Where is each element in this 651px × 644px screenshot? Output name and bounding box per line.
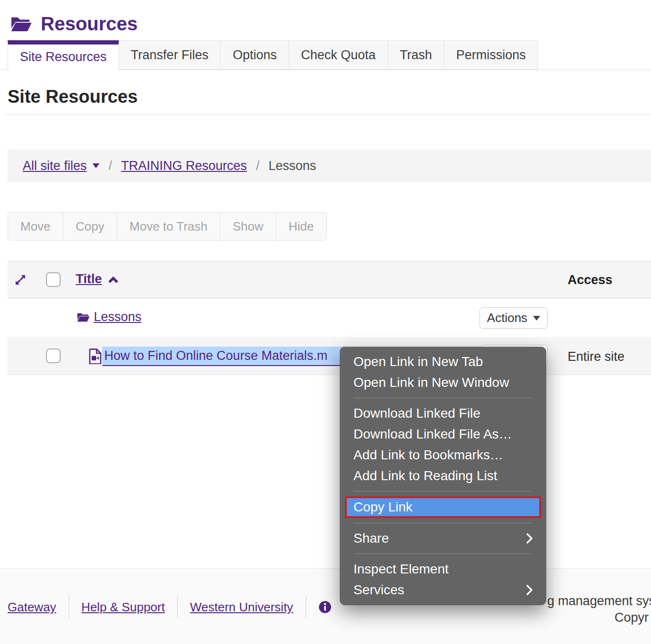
lessons-actions-button[interactable]: Actions: [479, 307, 548, 329]
chevron-up-icon: [108, 276, 119, 283]
context-menu-item-open-link-new-tab[interactable]: Open Link in New Tab: [340, 351, 546, 372]
footer-link-western-university[interactable]: Western University: [190, 600, 293, 615]
video-file-icon: [89, 349, 101, 364]
context-menu-item-services[interactable]: Services: [340, 580, 546, 600]
select-all-checkbox[interactable]: [46, 272, 61, 287]
breadcrumb: All site files / TRAINING Resources / Le…: [8, 150, 651, 182]
menu-separator: [353, 554, 533, 554]
footer-powered-by-text: g management syste: [547, 594, 651, 608]
breadcrumb-current-folder: Lessons: [269, 159, 316, 173]
caret-down-icon: [533, 316, 540, 321]
breadcrumb-separator: /: [108, 159, 112, 173]
menu-item-label: Share: [353, 531, 389, 546]
move-to-trash-button[interactable]: Move to Trash: [117, 212, 220, 241]
chevron-right-icon: [526, 585, 533, 595]
footer-copyright-text: Copyr: [615, 610, 649, 625]
tab-options[interactable]: Options: [221, 40, 289, 70]
tab-site-resources[interactable]: Site Resources: [8, 40, 119, 70]
menu-item-label: Open Link in New Window: [353, 375, 509, 390]
context-menu-item-open-link-new-window[interactable]: Open Link in New Window: [340, 372, 546, 393]
table-row-video-file: How to Find Online Course Materials.m Ac…: [8, 337, 651, 375]
footer-separator: [69, 596, 69, 618]
tab-transfer-files[interactable]: Transfer Files: [119, 40, 221, 70]
lessons-folder-link[interactable]: Lessons: [94, 310, 142, 324]
menu-item-label: Download Linked File As…: [353, 427, 512, 442]
context-menu-item-inspect-element[interactable]: Inspect Element: [340, 559, 546, 580]
menu-separator: [353, 398, 533, 398]
expand-icon[interactable]: [13, 273, 27, 287]
menu-separator: [353, 523, 533, 523]
footer-separator: [177, 596, 178, 618]
access-column-label: Access: [568, 273, 613, 287]
context-menu-item-share[interactable]: Share: [340, 528, 546, 549]
tab-permissions[interactable]: Permissions: [444, 40, 538, 70]
chevron-right-icon: [526, 533, 533, 544]
breadcrumb-training-resources[interactable]: TRAINING Resources: [121, 159, 247, 173]
page-title: Resources: [41, 13, 138, 35]
caret-down-icon: [92, 163, 99, 168]
sort-by-title-link[interactable]: Title: [76, 272, 119, 286]
folder-open-icon: [77, 312, 90, 322]
heading-divider: [5, 114, 651, 115]
file-checkbox[interactable]: [46, 349, 61, 363]
footer-links: Gateway Help & Support Western Universit…: [8, 596, 332, 618]
file-access-value: Entire site: [568, 349, 624, 364]
footer-link-help-support[interactable]: Help & Support: [81, 600, 165, 615]
breadcrumb-separator: /: [256, 159, 260, 173]
app-header: Resources: [0, 0, 651, 40]
table-row-lessons-folder: Lessons Actions: [8, 298, 651, 337]
tab-check-quota[interactable]: Check Quota: [289, 40, 388, 70]
copy-button[interactable]: Copy: [63, 212, 118, 241]
actions-button-label: Actions: [487, 311, 527, 325]
context-menu-item-add-link-to-bookmarks[interactable]: Add Link to Bookmarks…: [340, 445, 546, 465]
section-heading: Site Resources: [8, 86, 651, 107]
info-icon[interactable]: [318, 600, 332, 614]
browser-context-menu: Open Link in New Tab Open Link in New Wi…: [340, 347, 546, 605]
context-menu-item-add-link-to-reading-list[interactable]: Add Link to Reading List: [340, 465, 546, 486]
breadcrumb-root-label: All site files: [23, 159, 87, 173]
table-header-row: Title Access: [8, 261, 651, 298]
footer-separator: [306, 596, 306, 618]
bulk-actions-toolbar: Move Copy Move to Trash Show Hide: [8, 212, 327, 241]
breadcrumb-all-site-files[interactable]: All site files: [23, 159, 99, 173]
tab-trash[interactable]: Trash: [388, 40, 444, 70]
menu-item-label: Inspect Element: [353, 562, 449, 577]
context-menu-item-download-linked-file-as[interactable]: Download Linked File As…: [340, 424, 546, 445]
menu-item-label: Add Link to Bookmarks…: [353, 447, 503, 463]
footer-link-gateway[interactable]: Gateway: [8, 600, 56, 615]
menu-item-label: Add Link to Reading List: [353, 468, 497, 483]
show-button[interactable]: Show: [220, 212, 276, 241]
folder-open-icon: [10, 15, 32, 33]
menu-item-label: Download Linked File: [353, 406, 480, 421]
tool-tab-bar: Site Resources Transfer Files Options Ch…: [0, 40, 651, 70]
context-menu-item-download-linked-file[interactable]: Download Linked File: [340, 403, 546, 424]
file-link-how-to-find-online-course-materials[interactable]: How to Find Online Course Materials.m: [102, 347, 348, 366]
menu-item-label: Copy Link: [353, 500, 413, 515]
menu-item-label: Open Link in New Tab: [353, 354, 483, 369]
resources-table: Title Access Lessons Actions: [8, 261, 651, 375]
resources-page: Resources Site Resources Transfer Files …: [0, 0, 651, 644]
menu-item-label: Services: [353, 582, 404, 598]
hide-button[interactable]: Hide: [276, 212, 326, 241]
menu-separator: [353, 491, 533, 492]
move-button[interactable]: Move: [8, 212, 63, 241]
context-menu-item-copy-link[interactable]: Copy Link: [345, 496, 541, 518]
title-column-label: Title: [76, 272, 102, 286]
